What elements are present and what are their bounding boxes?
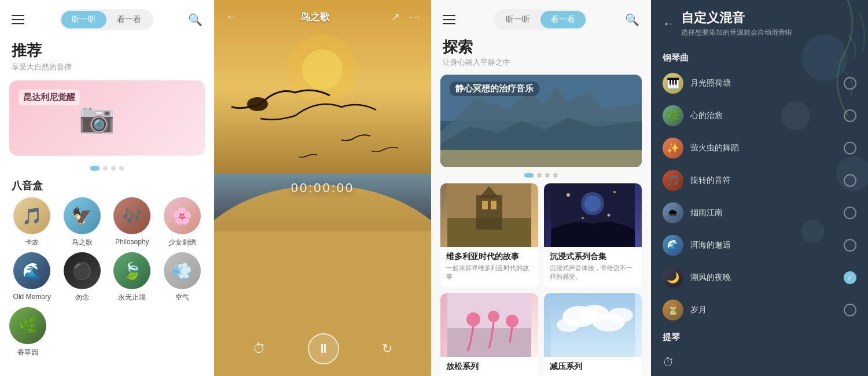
panel-explore: 听一听 看一看 🔍 探索 让身心融入平静之中 [431,0,651,376]
panel-player: ← 鸟之歌 ↗ ⋯ 00:00:00 ⏱ ⏸ ↻ [214,0,431,376]
mix-item-fire[interactable]: ✨ 萤火虫的舞蹈 [651,132,868,164]
dot-4[interactable] [119,166,124,171]
p4-back-button[interactable]: ← [663,17,674,30]
dot-3[interactable] [111,166,116,171]
music-thumb-air: 💨 [164,252,201,289]
explore-card-destress[interactable]: 减压系列 [544,293,642,376]
mix-item-heal[interactable]: 🌿 心的治愈 [651,99,868,132]
mix-list: 钢琴曲 🎹 月光照荷塘 🌿 心的治愈 ✨ 萤火虫的舞蹈 🎵 旋转的音符 [651,42,868,349]
mix-thumb-year: ⏳ [663,300,683,320]
music-item-念[interactable]: ⚫ 勿念 [60,252,105,303]
mix-item-year[interactable]: ⏳ 岁月 [651,294,868,326]
mix-item-sea[interactable]: 🌊 洱海的邂逅 [651,229,868,261]
mix-thumb-heal: 🌿 [663,105,683,126]
search-button-3[interactable]: 🔍 [625,13,639,27]
dot-2[interactable] [103,166,108,171]
tab-see-1[interactable]: 看一看 [106,11,152,28]
music-item-girl[interactable]: 🌸 少女刺绣 [160,197,205,248]
mix-item-note[interactable]: 🎵 旋转的音符 [651,164,868,197]
tab-listen-3[interactable]: 听一听 [495,11,540,28]
panel1-title: 推荐 享受大自然的音律 [0,35,214,73]
mix-check-wind[interactable]: ✓ [844,271,856,284]
music-item-philosophy[interactable]: 🎶 Philosophy [109,197,155,248]
mix-check-rain[interactable] [844,207,856,219]
card-title-victoria: 维多利亚时代的故事 [446,252,532,262]
mix-check-heal[interactable] [844,109,856,122]
explore-content: 静心冥想的治疗音乐 [431,69,651,376]
music-label-念: 勿念 [75,293,89,303]
mix-name-rain: 烟雨江南 [690,208,844,218]
mix-check-sea[interactable] [844,239,856,252]
music-item-herb[interactable]: 🌿 香草园 [9,307,46,357]
mix-item-rain[interactable]: 🌧 烟雨江南 [651,197,868,229]
music-item-oldmem[interactable]: 🌊 Old Memory [9,252,55,303]
play-pause-button[interactable]: ⏸ [308,333,339,364]
card-title-relax: 放松系列 [446,362,532,372]
player-title: 鸟之歌 [300,10,330,24]
svg-rect-12 [476,195,502,230]
mix-check-moon[interactable] [844,77,856,90]
music-thumb-infinite: 🍃 [113,252,150,289]
card-desc-immersive: 沉浸式声音体验，带给您不一样的感受。 [550,264,636,282]
more-icon[interactable]: ⋯ [409,10,420,23]
svg-point-20 [613,191,616,193]
music-item-infinite[interactable]: 🍃 永无止境 [109,252,155,303]
mix-check-year[interactable] [844,304,856,316]
mix-item-moon[interactable]: 🎹 月光照荷塘 [651,67,868,99]
time-display: 00:00:00 [291,180,355,196]
music-item-air[interactable]: 💨 空气 [160,252,205,303]
search-button-1[interactable]: 🔍 [188,13,203,27]
mix-name-year: 岁月 [690,305,844,315]
e-dot-2[interactable] [537,173,542,178]
mix-check-note[interactable] [844,174,856,187]
panel4-header: ← 自定义混音 选择想要添加的音源就会自动混音啦 [651,0,868,42]
explore-card-immersive[interactable]: 沉浸式系列合集 沉浸式声音体验，带给您不一样的感受。 [544,183,642,287]
panel1-header: 听一听 看一看 🔍 [0,0,214,35]
card-desc-victoria: 一起来探寻维多利亚时代的故事 [446,264,532,282]
mix-thumb-sea: 🌊 [663,235,683,256]
p4-timer-button[interactable]: ⏱ [663,356,674,369]
timer-button[interactable]: ⏱ [253,341,266,356]
mix-item-wind[interactable]: 🌙 潮风的夜晚 ✓ [651,261,868,294]
panel3-title: 探索 让身心融入平静之中 [431,35,651,69]
mix-thumb-rain: 🌧 [663,202,683,223]
music-thumb-girl: 🌸 [164,197,201,234]
card-title-destress: 减压系列 [550,362,636,372]
explore-card-victoria[interactable]: 维多利亚时代的故事 一起来探寻维多利亚时代的故事 [440,183,538,287]
section-piano: 钢琴曲 [651,47,868,67]
svg-point-37 [557,318,580,332]
music-item-birds[interactable]: 🦅 鸟之歌 [60,197,105,248]
tab-listen-1[interactable]: 听一听 [61,11,106,28]
music-item-kanong[interactable]: 🎵 卡农 [9,197,55,248]
recommend-banner[interactable]: 昆达利尼觉醒 📷 [9,80,205,156]
mix-name-wind: 潮风的夜晚 [690,272,844,283]
e-dot-1[interactable] [524,173,534,178]
svg-rect-14 [482,201,488,209]
e-dot-4[interactable] [553,173,558,178]
explore-banner-label: 静心冥想的治疗音乐 [450,82,539,96]
share-icon[interactable]: ↗ [391,10,400,23]
music-label-herb: 香草园 [17,348,38,357]
tab-see-3[interactable]: 看一看 [540,11,586,28]
music-thumb-philosophy: 🎶 [113,197,150,234]
svg-point-18 [584,196,601,212]
e-dot-3[interactable] [545,173,550,178]
mix-thumb-wind: 🌙 [663,267,683,288]
mix-name-note: 旋转的音符 [690,175,844,186]
mix-check-fire[interactable] [844,142,856,154]
dot-1[interactable] [90,166,100,171]
explore-banner[interactable]: 静心冥想的治疗音乐 [440,75,642,167]
music-label-air: 空气 [175,293,189,303]
player-icons: ↗ ⋯ [391,10,420,23]
repeat-button[interactable]: ↻ [382,341,392,356]
svg-point-31 [506,315,518,327]
music-label-birds: 鸟之歌 [72,238,93,248]
explore-card-relax[interactable]: 放松系列 [440,293,538,376]
menu-icon[interactable] [12,15,24,24]
svg-point-22 [608,214,610,217]
music-label-girl: 少女刺绣 [168,238,196,248]
menu-icon-3[interactable] [443,15,455,24]
player-back-button[interactable]: ← [226,9,238,24]
musicbox-title: 八音盒 [0,171,214,197]
music-label-infinite: 永无止境 [118,293,146,303]
